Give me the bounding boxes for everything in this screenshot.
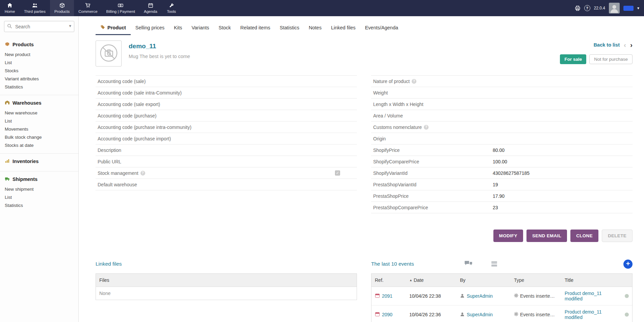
- event-status-dot: [625, 294, 629, 298]
- third-parties-icon: [32, 3, 37, 8]
- event-status-dot: [625, 313, 629, 317]
- sidebar-item-warehouse-list[interactable]: List: [0, 117, 78, 125]
- back-to-list-link[interactable]: Back to list: [594, 42, 620, 48]
- nav-billing-payment[interactable]: Billing | Payment: [102, 0, 139, 16]
- field-row: Nature of product ?: [371, 76, 633, 87]
- col-ref[interactable]: Ref.: [375, 277, 409, 283]
- calendar-event-icon: [375, 293, 380, 299]
- event-ref-link[interactable]: 2090: [382, 312, 392, 317]
- sidebar-item-stocks-at-date[interactable]: Stocks at date: [0, 141, 78, 149]
- sidebar-item-shipment-statistics[interactable]: Statistics: [0, 201, 78, 209]
- field-row: Customs nomenclature ?: [371, 122, 633, 133]
- tab-statistics[interactable]: Statistics: [275, 21, 304, 35]
- clone-button[interactable]: CLONE: [570, 230, 598, 242]
- tab-selling-prices[interactable]: Selling prices: [131, 21, 169, 35]
- product-box-icon: [5, 42, 10, 48]
- print-icon[interactable]: [575, 5, 581, 11]
- calendar-event-icon: [375, 312, 380, 318]
- info-icon: ?: [140, 171, 145, 176]
- help-icon[interactable]: ?: [584, 5, 590, 11]
- version-label: 22.0.4: [594, 6, 605, 10]
- sidebar-item-movements[interactable]: Movements: [0, 125, 78, 133]
- product-name: demo_11: [129, 43, 190, 50]
- field-row: Default warehouse: [96, 179, 357, 190]
- warehouse-icon: [5, 100, 10, 106]
- add-event-button[interactable]: +: [623, 260, 633, 269]
- search-dropdown-caret-icon[interactable]: ▾: [69, 23, 71, 28]
- field-row: Accounting code (purchase import): [96, 133, 357, 144]
- user-status-pill[interactable]: [623, 6, 634, 11]
- sidebar-title-inventories-label: Inventories: [12, 159, 38, 164]
- prev-record-chevron-icon[interactable]: ‹: [624, 41, 626, 48]
- event-row: 2090 10/04/26 22:36 SuperAdmin Events in…: [371, 305, 632, 322]
- sidebar-item-stocks[interactable]: Stocks: [0, 66, 78, 75]
- sidebar-item-product-list[interactable]: List: [0, 58, 78, 66]
- event-ref-link[interactable]: 2091: [382, 293, 392, 299]
- tab-product-label: Product: [107, 25, 126, 30]
- col-type[interactable]: Type: [514, 277, 565, 283]
- sidebar-title-products-label: Products: [12, 42, 34, 47]
- sidebar-title-warehouses-label: Warehouses: [12, 100, 42, 106]
- sidebar-title-warehouses[interactable]: Warehouses: [0, 99, 78, 109]
- nav-tools[interactable]: Tools: [162, 0, 181, 16]
- send-email-button[interactable]: SEND EMAIL: [526, 230, 567, 242]
- events-table-header: Ref. ▲ Date By Type Title: [371, 274, 632, 287]
- search-input[interactable]: [4, 21, 74, 32]
- col-date[interactable]: ▲ Date: [409, 277, 460, 283]
- sidebar-title-products[interactable]: Products: [0, 40, 78, 50]
- nav-commerce-label: Commerce: [78, 9, 97, 14]
- event-user-link[interactable]: SuperAdmin: [467, 312, 493, 317]
- nav-home[interactable]: Home: [0, 0, 20, 16]
- field-row: Weight: [371, 87, 633, 99]
- info-icon: ?: [412, 79, 416, 84]
- tab-product[interactable]: Product: [96, 21, 131, 35]
- sidebar-item-product-statistics[interactable]: Statistics: [0, 83, 78, 91]
- field-row: ShopifyComparePrice100.00: [371, 156, 633, 167]
- nav-third-parties[interactable]: Third parties: [20, 0, 50, 16]
- field-row: Area / Volume: [371, 110, 633, 122]
- tab-kits[interactable]: Kits: [169, 21, 187, 35]
- fields-right-column: Nature of product ? Weight Length x Widt…: [371, 75, 633, 213]
- linked-files-header: Files: [96, 274, 357, 287]
- nav-agenda[interactable]: Agenda: [139, 0, 162, 16]
- nav-third-parties-label: Third parties: [24, 9, 46, 14]
- col-title[interactable]: Title: [565, 277, 620, 283]
- event-date: 10/04/26 22:36: [409, 312, 460, 317]
- tab-events-agenda[interactable]: Events/Agenda: [360, 21, 403, 35]
- col-by[interactable]: By: [460, 277, 514, 283]
- field-row: ShopifyPrice80.00: [371, 144, 633, 156]
- sidebar-item-shipment-list[interactable]: List: [0, 193, 78, 201]
- tab-variants[interactable]: Variants: [187, 21, 214, 35]
- event-title-link[interactable]: Product demo_11 modified: [565, 309, 601, 320]
- billing-icon: [118, 3, 123, 8]
- sidebar-item-bulk-stock-change[interactable]: Bulk stock change: [0, 133, 78, 141]
- nav-commerce[interactable]: Commerce: [74, 0, 102, 16]
- list-view-icon[interactable]: [491, 262, 497, 266]
- tab-linked-files[interactable]: Linked files: [326, 21, 360, 35]
- product-subtitle: Mug The best is yet to come: [129, 54, 190, 59]
- sidebar-title-shipments[interactable]: Shipments: [0, 175, 78, 185]
- messages-icon[interactable]: [464, 261, 472, 268]
- nav-products[interactable]: Products: [50, 0, 74, 16]
- next-record-chevron-icon[interactable]: ›: [630, 41, 633, 48]
- user-avatar[interactable]: [609, 3, 620, 14]
- nature-of-product-label: Nature of product: [373, 79, 410, 84]
- sidebar-item-new-product[interactable]: New product: [0, 50, 78, 58]
- modify-button[interactable]: MODIFY: [493, 230, 523, 242]
- product-tabs: Product Selling prices Kits Variants Sto…: [96, 21, 633, 35]
- tab-notes[interactable]: Notes: [304, 21, 326, 35]
- user-menu-caret-icon[interactable]: ▾: [637, 6, 639, 10]
- sidebar-item-new-shipment[interactable]: New shipment: [0, 185, 78, 193]
- tab-stock[interactable]: Stock: [214, 21, 235, 35]
- sidebar-section-shipments: Shipments New shipment List Statistics: [0, 171, 78, 213]
- sidebar-item-new-warehouse[interactable]: New warehouse: [0, 109, 78, 117]
- field-row: Description: [96, 144, 357, 156]
- sidebar-title-inventories[interactable]: Inventories: [0, 157, 78, 167]
- tab-related-items[interactable]: Related items: [236, 21, 275, 35]
- event-title-link[interactable]: Product demo_11 modified: [565, 291, 601, 301]
- sidebar-item-variant-attributes[interactable]: Variant attributes: [0, 75, 78, 83]
- nav-tools-label: Tools: [167, 9, 176, 14]
- event-user-link[interactable]: SuperAdmin: [467, 293, 493, 299]
- gear-icon: [514, 312, 518, 317]
- home-icon: [7, 3, 12, 8]
